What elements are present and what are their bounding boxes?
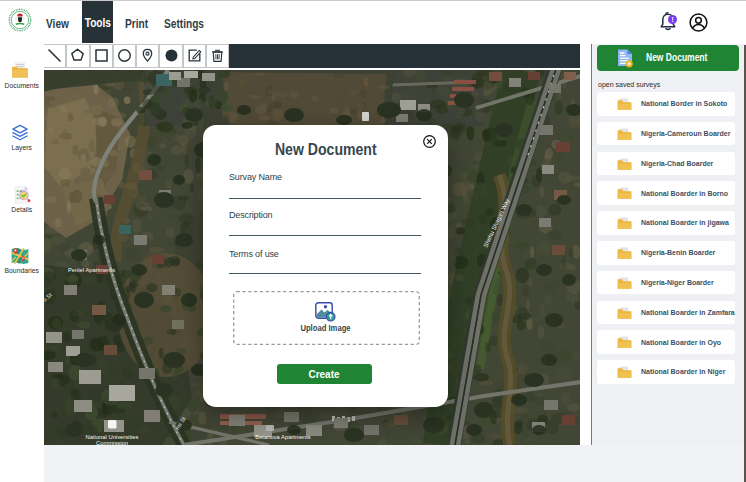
svg-text:Betanova Apartments: Betanova Apartments <box>255 434 311 440</box>
svg-text:Peniel Apartments: Peniel Apartments <box>68 267 115 273</box>
